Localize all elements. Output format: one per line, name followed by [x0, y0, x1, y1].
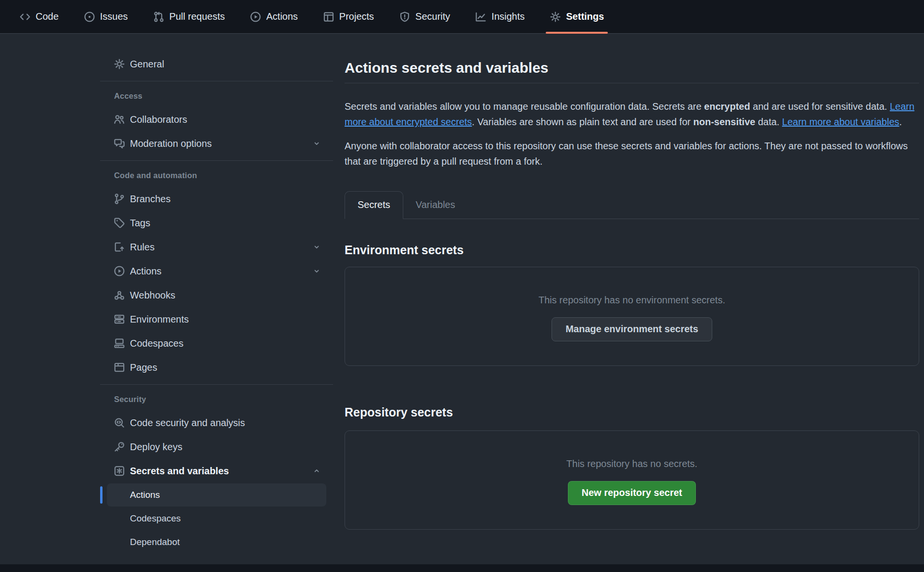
tab-secrets[interactable]: Secrets: [345, 191, 403, 219]
sidebar-item-deploy-keys[interactable]: Deploy keys: [100, 435, 333, 459]
sidebar-item-pages-label: Pages: [130, 362, 157, 373]
environment-secrets-heading: Environment secrets: [345, 242, 919, 258]
sidebar-divider: [100, 384, 333, 385]
sidebar-section-access: Access: [100, 91, 333, 101]
play-icon: [250, 11, 261, 23]
nav-tab-projects[interactable]: Projects: [314, 0, 383, 33]
link-learn-more-variables[interactable]: Learn more about variables: [782, 117, 899, 127]
people-icon: [114, 114, 125, 125]
key-icon: [114, 441, 125, 453]
nav-tab-pull-requests[interactable]: Pull requests: [144, 0, 234, 33]
sidebar-item-branches-label: Branches: [130, 194, 171, 205]
intro-text: Secrets and variables allow you to manag…: [345, 101, 704, 112]
chevron-down-icon: [313, 267, 321, 275]
chevron-up-icon: [313, 467, 321, 475]
nav-tab-insights-label: Insights: [491, 11, 525, 22]
nav-tab-security[interactable]: Security: [390, 0, 459, 33]
codespaces-icon: [114, 338, 125, 349]
sidebar-item-pages[interactable]: Pages: [100, 355, 333, 379]
sidebar-item-moderation-options[interactable]: Moderation options: [100, 131, 333, 156]
repository-secrets-empty-text: This repository has no secrets.: [566, 458, 697, 469]
nav-tab-settings[interactable]: Settings: [541, 0, 613, 33]
issue-opened-icon: [84, 11, 95, 23]
secrets-variables-tabnav: Secrets Variables: [345, 191, 919, 219]
sidebar-item-rules[interactable]: Rules: [100, 235, 333, 259]
nav-tab-insights[interactable]: Insights: [466, 0, 533, 33]
gear-icon: [114, 58, 125, 70]
play-icon: [114, 265, 125, 277]
nav-tab-issues[interactable]: Issues: [75, 0, 137, 33]
chevron-down-icon: [313, 243, 321, 251]
nav-tab-projects-label: Projects: [339, 11, 374, 22]
repo-tab-nav: Code Issues Pull requests Actions Projec…: [0, 0, 924, 34]
tag-icon: [114, 217, 125, 229]
sidebar-item-tags[interactable]: Tags: [100, 211, 333, 235]
sidebar-item-rules-label: Rules: [130, 242, 154, 253]
nav-tab-actions[interactable]: Actions: [241, 0, 307, 33]
collaborator-access-paragraph: Anyone with collaborator access to this …: [345, 138, 919, 169]
repository-secrets-heading: Repository secrets: [345, 404, 919, 420]
sidebar-divider: [100, 160, 333, 161]
sidebar-item-code-security-and-analysis-label: Code security and analysis: [130, 417, 245, 429]
environment-secrets-empty-text: This repository has no environment secre…: [539, 294, 725, 306]
tab-variables[interactable]: Variables: [403, 191, 468, 219]
nav-tab-issues-label: Issues: [100, 11, 128, 22]
server-icon: [114, 313, 125, 325]
nav-tab-security-label: Security: [415, 11, 450, 22]
sidebar-item-codespaces[interactable]: Codespaces: [100, 331, 333, 355]
sidebar-item-code-security-and-analysis[interactable]: Code security and analysis: [100, 411, 333, 435]
chevron-down-icon: [313, 140, 321, 147]
repository-secrets-panel: This repository has no secrets. New repo…: [345, 430, 919, 530]
bottom-edge: [0, 564, 924, 572]
sidebar-item-moderation-options-label: Moderation options: [130, 138, 212, 149]
secret-asterisk-icon: [114, 465, 125, 477]
intro-bold-encrypted: encrypted: [704, 101, 750, 112]
sidebar-subitem-codespaces[interactable]: Codespaces: [107, 507, 326, 530]
rules-icon: [114, 241, 125, 253]
manage-environment-secrets-button[interactable]: Manage environment secrets: [552, 317, 712, 341]
git-pull-request-icon: [153, 11, 165, 23]
sidebar-item-collaborators[interactable]: Collaborators: [100, 107, 333, 131]
sidebar-item-environments[interactable]: Environments: [100, 307, 333, 331]
comment-discussion-icon: [114, 138, 125, 149]
sidebar-section-code-and-automation: Code and automation: [100, 171, 333, 180]
graph-icon: [475, 11, 487, 23]
intro-text: data.: [755, 117, 782, 127]
sidebar-item-tags-label: Tags: [130, 218, 150, 229]
nav-tab-pull-requests-label: Pull requests: [169, 11, 225, 22]
sidebar-subitem-actions[interactable]: Actions: [107, 483, 326, 507]
sidebar-subitem-dependabot-label: Dependabot: [130, 537, 180, 547]
page-title: Actions secrets and variables: [345, 59, 919, 83]
sidebar-subitem-dependabot[interactable]: Dependabot: [107, 531, 326, 554]
nav-tab-settings-label: Settings: [566, 11, 604, 22]
sidebar-subitem-actions-label: Actions: [130, 490, 160, 500]
intro-text: .: [899, 117, 902, 127]
sidebar-item-general[interactable]: General: [100, 52, 333, 76]
sidebar-item-webhooks[interactable]: Webhooks: [100, 283, 333, 307]
sidebar-section-security: Security: [100, 395, 333, 404]
nav-tab-code-label: Code: [36, 11, 59, 22]
sidebar-item-general-label: General: [130, 59, 164, 70]
active-item-indicator: [100, 486, 103, 504]
intro-text: . Variables are shown as plain text and …: [472, 117, 693, 127]
repository-secrets-section: Repository secrets This repository has n…: [345, 404, 919, 530]
sidebar-item-branches[interactable]: Branches: [100, 187, 333, 211]
sidebar-item-actions[interactable]: Actions: [100, 259, 333, 283]
shield-icon: [399, 11, 411, 23]
sidebar-item-codespaces-label: Codespaces: [130, 338, 183, 349]
nav-tab-code[interactable]: Code: [11, 0, 67, 33]
sidebar-item-webhooks-label: Webhooks: [130, 290, 175, 301]
code-icon: [19, 11, 31, 23]
webhook-icon: [114, 289, 125, 301]
new-repository-secret-button[interactable]: New repository secret: [568, 481, 696, 505]
browser-icon: [114, 362, 125, 373]
sidebar-item-actions-label: Actions: [130, 266, 162, 277]
sidebar-item-deploy-keys-label: Deploy keys: [130, 442, 182, 453]
table-icon: [323, 11, 334, 23]
environment-secrets-section: Environment secrets This repository has …: [345, 242, 919, 366]
sidebar-subitem-codespaces-label: Codespaces: [130, 513, 181, 524]
intro-text: and are used for sensitive data.: [750, 101, 890, 112]
sidebar-item-environments-label: Environments: [130, 314, 189, 325]
sidebar-item-secrets-and-variables[interactable]: Secrets and variables: [100, 459, 333, 483]
settings-sidebar: General Access Collaborators Moderation …: [100, 52, 333, 554]
